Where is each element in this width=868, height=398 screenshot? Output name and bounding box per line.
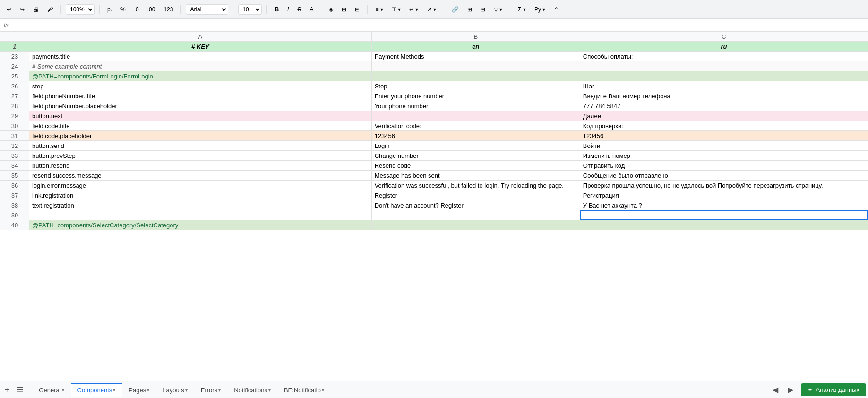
cell-25-a[interactable]: @PATH=components/FormLogin/FormLogin [29,71,371,81]
cell-40-b[interactable] [371,220,580,230]
merge-button[interactable]: ⊟ [352,5,362,14]
rotate-button[interactable]: ↗ ▾ [424,5,439,14]
cell-33-a[interactable]: button.prevStep [29,151,371,161]
cell-1-b[interactable]: en [371,42,580,52]
cell-30-b[interactable]: Verification code: [371,121,580,131]
undo-button[interactable]: ↩ [4,5,14,14]
cell-30-a[interactable]: field.code.title [29,121,371,131]
cell-23-a[interactable]: payments.title [29,52,371,61]
cell-23-b[interactable]: Payment Methods [371,52,580,61]
add-sheet-button[interactable]: + [2,384,12,396]
sheet-tab-general[interactable]: General ▾ [32,383,70,397]
cell-28-b[interactable]: Your phone number [371,101,580,111]
unit-123-button[interactable]: 123 [161,5,176,14]
cell-30-c[interactable]: Код проверки: [580,121,868,131]
cell-31-c[interactable]: 123456 [580,131,868,141]
zoom-select[interactable]: 100% [66,4,95,15]
cell-39-b[interactable] [371,210,580,220]
wrap-button[interactable]: ↵ ▾ [406,5,421,14]
cell-37-b[interactable]: Register [371,190,580,200]
cell-27-b[interactable]: Enter your phone number [371,91,580,101]
cell-38-c[interactable]: У Вас нет аккаунта ? [580,200,868,210]
cell-31-a[interactable]: field.code.placeholder [29,131,371,141]
cell-24-a[interactable]: # Some example commnt [29,61,371,71]
cell-34-a[interactable]: button.resend [29,161,371,171]
cell-32-c[interactable]: Войти [580,141,868,151]
cell-23-c[interactable]: Способы оплаты: [580,52,868,61]
tab-scroll-left-button[interactable]: ◀ [769,383,782,396]
cell-25-c[interactable] [580,71,868,81]
sheet-list-button[interactable]: ☰ [14,383,26,396]
unit-d00-button[interactable]: .00 [145,5,158,14]
formula-input[interactable] [12,21,864,28]
bold-button[interactable]: B [272,5,282,14]
print-button[interactable]: 🖨 [30,5,42,14]
cell-25-b[interactable] [371,71,580,81]
sheet-tab-be-notifications[interactable]: BE:Notificatio ▾ [277,383,331,397]
cell-39-c[interactable] [580,210,868,220]
cell-39-a[interactable] [29,210,371,220]
cell-32-b[interactable]: Login [371,141,580,151]
cell-33-b[interactable]: Change number [371,151,580,161]
cell-38-a[interactable]: text.registration [29,200,371,210]
expand-button[interactable]: ⌃ [551,5,561,14]
unit-p-button[interactable]: p. [104,5,115,14]
unit-d0-button[interactable]: .0 [131,5,142,14]
cell-26-c[interactable]: Шаг [580,81,868,91]
align-h-button[interactable]: ≡ ▾ [372,5,386,14]
cell-34-b[interactable]: Resend code [371,161,580,171]
link-button[interactable]: 🔗 [449,5,462,14]
cell-28-c[interactable]: 777 784 5847 [580,101,868,111]
comment-button[interactable]: ⊞ [464,5,475,14]
unit-pct-button[interactable]: % [118,5,129,14]
cell-29-b[interactable] [371,111,580,121]
col-c-header[interactable]: C [580,32,868,42]
cell-24-c[interactable] [580,61,868,71]
font-size-select[interactable]: 10 [238,4,262,15]
cell-29-c[interactable]: Далее [580,111,868,121]
cell-27-a[interactable]: field.phoneNumber.title [29,91,371,101]
cell-24-b[interactable] [371,61,580,71]
filter-button[interactable]: ▽ ▾ [491,5,505,14]
cell-35-a[interactable]: resend.success.message [29,171,371,181]
cell-28-a[interactable]: field.phoneNumber.placeholder [29,101,371,111]
sheet-tab-components[interactable]: Components ▾ [71,383,122,397]
col-b-header[interactable]: B [371,32,580,42]
cell-29-a[interactable]: button.next [29,111,371,121]
cell-37-a[interactable]: link.registration [29,190,371,200]
cell-36-b[interactable]: Verification was successful, but failed … [371,181,580,190]
cell-1-c[interactable]: ru [580,42,868,52]
tab-scroll-right-button[interactable]: ▶ [784,383,797,396]
cell-37-c[interactable]: Регистрация [580,190,868,200]
cell-26-b[interactable]: Step [371,81,580,91]
cell-27-c[interactable]: Введите Ваш номер телефона [580,91,868,101]
sheet-tab-layouts[interactable]: Layouts ▾ [156,383,194,397]
cell-35-b[interactable]: Message has been sent [371,171,580,181]
font-select[interactable]: Arial [186,4,228,15]
italic-button[interactable]: I [284,5,292,14]
cell-40-a[interactable]: @PATH=components/SelectCategory/SelectCa… [29,220,371,230]
chart-button[interactable]: ⊟ [478,5,488,14]
cell-1-a[interactable]: # KEY [29,42,371,52]
sheet-tab-notifications[interactable]: Notifications ▾ [227,383,277,397]
strikethrough-button[interactable]: S [294,5,304,14]
py-button[interactable]: Pу ▾ [532,5,548,14]
align-v-button[interactable]: ⊤ ▾ [389,5,404,14]
borders-button[interactable]: ⊞ [339,5,349,14]
cell-26-a[interactable]: step [29,81,371,91]
sigma-button[interactable]: Σ ▾ [515,5,529,14]
cell-35-c[interactable]: Сообщение было отправлено [580,171,868,181]
cell-32-a[interactable]: button.send [29,141,371,151]
redo-button[interactable]: ↪ [17,5,27,14]
cell-33-c[interactable]: Изменить номер [580,151,868,161]
cell-36-a[interactable]: login.error.message [29,181,371,190]
sheet-tab-errors[interactable]: Errors ▾ [194,383,227,397]
cell-36-c[interactable]: Проверка прошла успешно, но не удалось в… [580,181,868,190]
format-paint-button[interactable]: 🖌 [44,5,56,14]
cell-34-c[interactable]: Отправить код [580,161,868,171]
fill-color-button[interactable]: ◈ [326,5,336,14]
cell-38-b[interactable]: Don't have an account? Register [371,200,580,210]
cell-40-c[interactable] [580,220,868,230]
cell-31-b[interactable]: 123456 [371,131,580,141]
analyze-data-button[interactable]: ✦ Анализ данных [801,383,866,396]
